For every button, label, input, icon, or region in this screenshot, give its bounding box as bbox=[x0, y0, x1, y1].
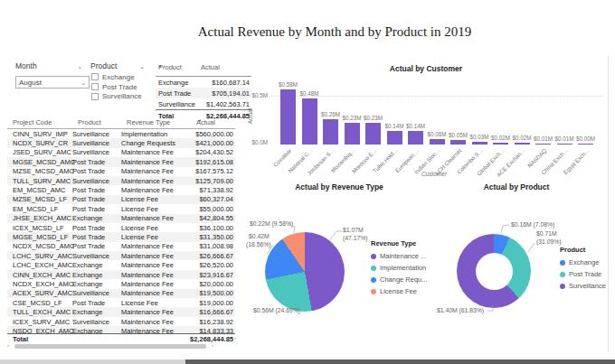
donut-callout-surveillance: $1.40M (61.83%) bbox=[437, 307, 484, 313]
detail-table-row[interactable]: EM_MCSD_AMCPost TradeMaintenance Fee$71,… bbox=[7, 185, 235, 194]
y-tick-05m: $0.5M bbox=[244, 92, 268, 98]
detail-table-row[interactable]: CSE_MCSD_LFPost TradeLicense Fee$19,000.… bbox=[7, 298, 235, 307]
product-legend-items: ExchangePost TradeSurveillance bbox=[560, 257, 606, 292]
month-dropdown[interactable]: August ⌄ bbox=[15, 76, 90, 89]
scroll-left-icon[interactable]: ‹ bbox=[7, 342, 9, 348]
detail-table-row[interactable]: JHSE_EXCH_AMCExchangeMaintenance Fee$42,… bbox=[7, 214, 235, 223]
detail-table-row[interactable]: CINN_EXCH_AMCExchangeMaintenance Fee$23,… bbox=[7, 270, 235, 279]
bar[interactable] bbox=[557, 144, 572, 145]
detail-table-row[interactable]: EM_MCSD_LFPost TradeLicense Fee$55,000.0… bbox=[7, 204, 235, 213]
chevron-down-icon[interactable]: ⌄ bbox=[139, 63, 145, 70]
checkbox-icon[interactable] bbox=[91, 73, 99, 80]
legend-item-label: License Fee bbox=[380, 287, 417, 295]
bar[interactable] bbox=[430, 139, 445, 145]
detail-table-row[interactable]: MZSE_MCSD_LFPost TradeLicense Fee$60,327… bbox=[7, 195, 235, 204]
detail-table-header[interactable]: Project Code Product Revenue Type Actual… bbox=[7, 117, 235, 129]
product-option[interactable]: Post Trade bbox=[91, 82, 142, 92]
bar-value-label: $0.00M bbox=[571, 135, 601, 142]
summary-table-row[interactable]: Post Trade$705,194.01 bbox=[156, 88, 251, 98]
product-legend: Product ExchangePost TradeSurveillance bbox=[560, 246, 606, 292]
legend-dot-icon bbox=[560, 284, 565, 289]
legend-dot-icon bbox=[371, 254, 376, 259]
donut-callout-post-trade-pct: (31.09%) bbox=[536, 238, 562, 245]
detail-table-row[interactable]: TULL_SURV_AMCSurveillanceMaintenance Fee… bbox=[7, 176, 235, 185]
detail-table-body: CINN_SURV_IMPSurveillanceImplementation$… bbox=[7, 129, 235, 333]
product-option[interactable]: Surveillance bbox=[91, 92, 142, 102]
chevron-down-icon[interactable]: ⌄ bbox=[77, 63, 82, 70]
bar[interactable] bbox=[450, 140, 466, 145]
detail-total-label: Total bbox=[7, 335, 72, 343]
detail-table-row[interactable]: LCHC_SURV_AMCSurveillanceMaintenance Fee… bbox=[7, 251, 235, 260]
legend-item[interactable]: License Fee bbox=[371, 285, 428, 297]
detail-table-row[interactable]: NSDO_EXCH_AMCExchangeMaintenance Fee$14,… bbox=[7, 326, 235, 333]
y-tick-00m: $0.0M bbox=[244, 139, 268, 145]
detail-table: Project Code Product Revenue Type Actual… bbox=[7, 117, 235, 333]
detail-table-row[interactable]: NCDX_SURV_CRSurveillanceChange Requests$… bbox=[7, 138, 235, 147]
checkbox-icon[interactable] bbox=[91, 83, 99, 90]
product-slicer-label: Product bbox=[90, 61, 117, 70]
legend-item[interactable]: Maintenance ... bbox=[371, 250, 428, 262]
bar[interactable] bbox=[535, 144, 551, 145]
detail-table-row[interactable]: ICEX_MCSD_LFPost TradeLicense Fee$36,100… bbox=[7, 223, 235, 232]
legend-item-label: Surveillance bbox=[569, 282, 606, 290]
product-legend-title: Product bbox=[560, 246, 606, 254]
detail-col-product[interactable]: Product bbox=[78, 118, 101, 126]
bar[interactable] bbox=[493, 143, 508, 145]
detail-total-row: Total $2,268,444.85 bbox=[7, 333, 235, 344]
summary-table-row[interactable]: Surveillance$1,402,563.71 bbox=[156, 98, 251, 109]
bar[interactable] bbox=[280, 89, 296, 145]
detail-table-row[interactable]: NCDX_MCSD_AMCPost TradeMaintenance Fee$3… bbox=[7, 242, 235, 251]
product-option[interactable]: Exchange bbox=[91, 72, 142, 82]
summary-table-body: Exchange$160,687.14Post Trade$705,194.01… bbox=[156, 77, 251, 109]
detail-table-row[interactable]: ACEX_SURV_AMCSurveillanceMaintenance Fee… bbox=[7, 289, 235, 298]
legend-item-label: Implementation bbox=[380, 264, 426, 272]
pie-callout-maintenance-pct: (47.17%) bbox=[343, 235, 368, 241]
revenue-type-pie[interactable] bbox=[265, 232, 345, 312]
window-scrollbar-track[interactable] bbox=[185, 359, 615, 364]
detail-table-row[interactable]: NCDX_EXCH_AMCExchangeMaintenance Fee$20,… bbox=[7, 279, 235, 288]
detail-table-row[interactable]: TULL_EXCH_AMCExchangeMaintenance Fee$16,… bbox=[7, 307, 235, 316]
bar[interactable] bbox=[323, 119, 338, 145]
legend-item-label: Change Requ... bbox=[380, 275, 428, 284]
detail-col-revenue-type[interactable]: Revenue Type bbox=[127, 118, 170, 126]
horizontal-scrollbar-thumb[interactable] bbox=[14, 344, 206, 349]
bar[interactable] bbox=[387, 131, 402, 145]
legend-item-label: Exchange bbox=[569, 258, 599, 266]
scroll-down-icon[interactable]: ⌄ bbox=[233, 334, 237, 340]
legend-item[interactable]: Change Requ... bbox=[371, 274, 428, 285]
window-scrollbar-thumb[interactable] bbox=[0, 359, 185, 364]
detail-table-row[interactable]: JSED_SURV_AMCSurveillanceMaintenance Fee… bbox=[7, 148, 235, 157]
scroll-right-icon[interactable]: › bbox=[212, 342, 213, 348]
bar[interactable] bbox=[515, 143, 530, 145]
detail-table-row[interactable]: ICEX_SURV_AMCSurveillanceMaintenance Fee… bbox=[7, 317, 235, 326]
detail-col-project-code[interactable]: Project Code bbox=[13, 118, 52, 126]
bar[interactable] bbox=[578, 144, 593, 145]
pie-callout-maintenance: $1.07M bbox=[343, 227, 364, 233]
product-options: ExchangePost TradeSurveillance bbox=[91, 72, 142, 101]
detail-table-row[interactable]: LCHC_EXCH_AMCExchangeMaintenance Fee$26,… bbox=[7, 260, 235, 269]
bar-chart-y-axis-title: Actual bbox=[247, 108, 253, 125]
legend-item[interactable]: Post Trade bbox=[560, 268, 606, 280]
legend-item[interactable]: Exchange bbox=[560, 257, 606, 268]
donut-callout-post-trade: $0.71M bbox=[536, 230, 557, 237]
product-option-label: Post Trade bbox=[102, 83, 137, 91]
detail-table-row[interactable]: MGSE_MCSD_AMCPost TradeMaintenance Fee$1… bbox=[7, 157, 235, 166]
checkbox-icon[interactable] bbox=[91, 93, 99, 100]
detail-table-row[interactable]: MGSE_MCSD_LFPost TradeLicense Fee$31,350… bbox=[7, 232, 235, 241]
bar[interactable] bbox=[345, 123, 360, 145]
legend-dot-icon bbox=[560, 272, 565, 277]
sort-descending-icon: ▼ bbox=[198, 118, 202, 123]
product-donut[interactable] bbox=[457, 234, 531, 308]
report-right-border bbox=[608, 56, 609, 352]
summary-table-row[interactable]: Exchange$160,687.14 bbox=[156, 77, 251, 88]
detail-table-row[interactable]: MZSE_MCSD_AMCPost TradeMaintenance Fee$1… bbox=[7, 167, 235, 176]
bar[interactable] bbox=[302, 98, 317, 145]
legend-item[interactable]: Implementation bbox=[371, 262, 428, 274]
detail-table-row[interactable]: CINN_SURV_IMPSurveillanceImplementation$… bbox=[7, 129, 235, 138]
summary-table-header[interactable]: Product ▲ Actual bbox=[156, 62, 251, 77]
product-option-label: Exchange bbox=[102, 73, 135, 81]
legend-item[interactable]: Surveillance bbox=[560, 280, 606, 292]
bar[interactable] bbox=[472, 142, 487, 145]
detail-total-value: $2,268,444.85 bbox=[186, 335, 235, 343]
summary-col-actual[interactable]: Actual bbox=[201, 63, 220, 71]
